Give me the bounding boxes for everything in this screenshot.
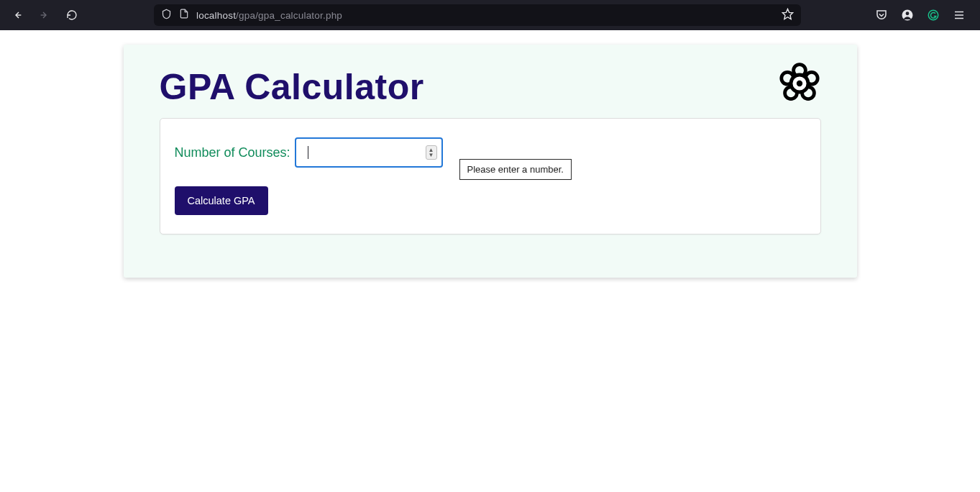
app-card: GPA Calculator Number of Courses: [124, 45, 857, 278]
url-path: /gpa/gpa_calculator.php [236, 10, 342, 21]
number-spinner-icon[interactable]: ▲ ▼ [426, 145, 437, 160]
menu-icon[interactable] [951, 7, 967, 23]
flower-icon [778, 62, 821, 108]
validation-tooltip: Please enter a number. [459, 159, 572, 180]
header-row: GPA Calculator [160, 59, 821, 118]
reload-button[interactable] [62, 5, 82, 25]
privacy-shield-icon [161, 9, 172, 22]
page-icon [179, 9, 189, 22]
bookmark-star-icon[interactable] [782, 8, 794, 23]
courses-input[interactable] [305, 139, 424, 166]
svg-marker-2 [782, 9, 792, 19]
url-host: localhost [196, 10, 236, 21]
form-panel: Number of Courses: ▲ ▼ Please enter a nu… [160, 118, 821, 234]
svg-point-15 [796, 81, 802, 86]
courses-label: Number of Courses: [175, 145, 290, 160]
pocket-icon[interactable] [874, 7, 889, 23]
svg-point-4 [906, 12, 910, 15]
arrow-left-icon [12, 9, 23, 21]
browser-chrome: localhost/gpa/gpa_calculator.php [0, 0, 980, 30]
arrow-right-icon [39, 9, 50, 21]
grammarly-icon[interactable] [925, 7, 941, 23]
back-button[interactable] [7, 5, 27, 25]
reload-icon [66, 9, 78, 21]
courses-input-wrap[interactable]: ▲ ▼ [295, 137, 443, 168]
validation-text: Please enter a number. [467, 164, 564, 175]
forward-button[interactable] [35, 5, 55, 25]
url-text: localhost/gpa/gpa_calculator.php [196, 10, 342, 21]
spinner-down-icon: ▼ [429, 152, 434, 158]
account-icon[interactable] [899, 7, 915, 23]
url-bar[interactable]: localhost/gpa/gpa_calculator.php [154, 4, 801, 26]
calculate-gpa-button[interactable]: Calculate GPA [175, 186, 268, 215]
page-title: GPA Calculator [160, 66, 424, 108]
chrome-right [874, 7, 973, 23]
page-viewport: GPA Calculator Number of Courses: [0, 30, 980, 278]
text-cursor [308, 146, 308, 159]
